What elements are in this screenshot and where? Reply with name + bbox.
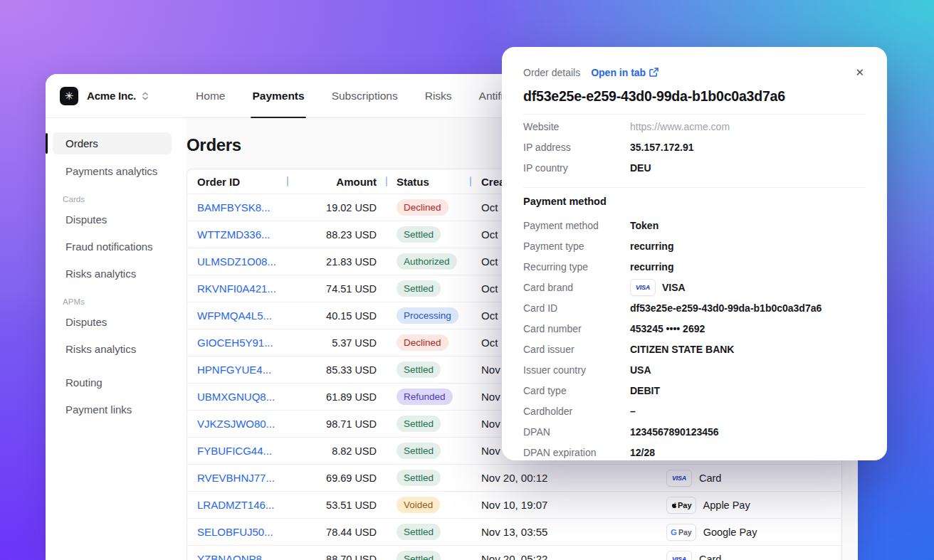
field-label: Issuer country	[523, 364, 630, 376]
amount-cell: 88.23 USD	[294, 229, 377, 241]
column-header-order-id[interactable]: Order ID	[187, 176, 294, 188]
sidebar-item-cards-risks-analytics[interactable]: Risks analytics	[53, 263, 172, 284]
sidebar-item-payments-analytics[interactable]: Payments analytics	[53, 161, 172, 181]
open-in-tab-label: Open in tab	[591, 67, 646, 78]
order-id-link[interactable]: LRADMZT146...	[197, 499, 274, 511]
sidebar-item-apms-risks-analytics[interactable]: Risks analytics	[53, 339, 172, 359]
nav-item-subscriptions[interactable]: Subscriptions	[318, 74, 411, 117]
column-divider[interactable]	[470, 176, 471, 186]
order-id-title: df53e25e-e259-43d0-99da-b1b0c0a3d7a6	[523, 88, 866, 105]
amount-cell: 40.15 USD	[294, 310, 377, 322]
nav-item-payments[interactable]: Payments	[238, 74, 318, 117]
order-id-link[interactable]: WTTZMD336...	[197, 228, 271, 241]
detail-row-card-id: Card IDdf53e25e-e259-43d0-99da-b1b0c0a3d…	[523, 297, 866, 318]
created-cell: Nov 20, 00:12	[470, 472, 666, 484]
field-label: Recurring type	[523, 261, 630, 273]
order-id-link[interactable]: BAMFBYSK8...	[197, 201, 271, 213]
column-header-amount[interactable]: Amount	[294, 176, 377, 188]
table-row: YZBNAONP8...88.70 USDSettledNov 20, 05:2…	[187, 545, 841, 560]
google-g-icon: G	[671, 528, 677, 537]
amount-cell: 98.71 USD	[294, 418, 377, 430]
visa-logo-icon: VISA	[672, 556, 686, 560]
order-id-link[interactable]: SELOBFUJ50...	[197, 526, 273, 538]
detail-row-card-issuer: Card issuerCITIZEN STATE BANK	[523, 339, 866, 359]
order-id-link[interactable]: WFPMQA4L5...	[197, 310, 272, 322]
order-id-link[interactable]: UBMXGNUQ8...	[197, 391, 275, 403]
order-id-link[interactable]: HPNFGYUE4...	[197, 364, 271, 376]
column-header-status[interactable]: Status	[377, 176, 470, 188]
nav-item-risks[interactable]: Risks	[411, 74, 466, 117]
column-divider[interactable]	[386, 176, 387, 186]
created-cell: Nov 10, 19:07	[470, 499, 666, 511]
order-id-link[interactable]: GIOCEH5Y91...	[197, 337, 273, 349]
detail-row-website: Websitehttps://www.acme.com	[523, 116, 866, 137]
amount-cell: 88.70 USD	[294, 554, 377, 560]
table-row: RVEVBHNJ77...69.69 USDSettledNov 20, 00:…	[187, 464, 841, 491]
field-label: IP address	[523, 142, 630, 153]
nav-item-home[interactable]: Home	[182, 74, 238, 117]
sidebar-item-cards-disputes[interactable]: Disputes	[53, 209, 172, 230]
table-row: LRADMZT146...53.51 USDVoidedNov 10, 19:0…	[187, 491, 841, 518]
field-label: DPAN	[523, 426, 630, 438]
created-cell: Nov 20, 05:22	[470, 553, 666, 560]
company-switcher-label[interactable]: Acme Inc.	[87, 90, 136, 102]
sidebar-item-cards-fraud-notifications[interactable]: Fraud notifications	[53, 236, 172, 257]
field-value: 453245 •••• 2692	[630, 323, 866, 334]
payment-method-cell: PayApple Pay	[666, 497, 841, 514]
order-id-link[interactable]: RKVNFI0A421...	[197, 282, 276, 295]
panel-header: Order details Open in tab ✕	[523, 65, 866, 79]
order-id-link[interactable]: ULMSDZ1O08...	[197, 255, 276, 268]
status-badge: Voided	[397, 497, 440, 513]
status-badge: Settled	[397, 226, 441, 243]
amount-cell: 8.82 USD	[294, 445, 377, 457]
apple-pay-chip: Pay	[666, 497, 696, 514]
detail-row-ip-address: IP address35.157.172.91	[523, 137, 866, 157]
payment-method-label: Card	[699, 472, 721, 484]
field-label: Card issuer	[523, 344, 630, 355]
amount-cell: 85.33 USD	[294, 364, 377, 376]
sidebar-item-routing[interactable]: Routing	[53, 372, 172, 393]
status-badge: Settled	[397, 361, 441, 378]
external-link-icon	[649, 68, 658, 77]
status-badge: Settled	[397, 470, 441, 486]
field-value: 12/28	[630, 447, 866, 458]
field-value: df53e25e-e259-43d0-99da-b1b0c0a3d7a6	[630, 302, 866, 314]
amount-cell: 19.02 USD	[294, 202, 377, 213]
field-value-text: recurring	[630, 241, 673, 252]
field-value: recurring	[630, 261, 866, 273]
order-id-link[interactable]: VJKZSJWO80...	[197, 418, 275, 430]
field-value-text: df53e25e-e259-43d0-99da-b1b0c0a3d7a6	[630, 302, 822, 314]
order-info-fields: Websitehttps://www.acme.comIP address35.…	[523, 116, 866, 178]
field-value: https://www.acme.com	[630, 121, 866, 132]
status-badge: Settled	[397, 443, 441, 459]
field-label: Card ID	[523, 302, 630, 314]
payment-method-fields: Payment methodTokenPayment typerecurring…	[523, 215, 866, 463]
detail-row-card-brand: Card brandVISAVISA	[523, 277, 866, 297]
order-id-link[interactable]: RVEVBHNJ77...	[197, 472, 275, 484]
field-label: Card type	[523, 385, 630, 396]
order-id-link[interactable]: FYBUFICG44...	[197, 445, 272, 457]
sidebar-item-orders[interactable]: Orders	[53, 132, 172, 154]
payment-method-label: Google Pay	[703, 527, 757, 538]
top-nav: HomePaymentsSubscriptionsRisksAntifraud	[182, 74, 537, 117]
detail-row-payment-method: Payment methodToken	[523, 215, 866, 236]
payment-method-cell: VISACard	[666, 470, 841, 487]
detail-row-ip-country: IP countryDEU	[523, 157, 866, 178]
field-label: Website	[523, 121, 630, 132]
status-badge: Settled	[397, 416, 441, 432]
amount-cell: 21.83 USD	[294, 256, 377, 268]
status-badge: Processing	[397, 307, 458, 324]
column-divider[interactable]	[287, 176, 288, 186]
sidebar-item-apms-disputes[interactable]: Disputes	[53, 312, 172, 332]
table-row: SELOBFUJ50...78.44 USDSettledNov 13, 03:…	[187, 518, 841, 545]
sidebar-item-payment-links[interactable]: Payment links	[53, 399, 172, 420]
payment-method-label: Card	[699, 554, 721, 560]
open-in-tab-link[interactable]: Open in tab	[591, 67, 658, 78]
field-value: –	[630, 406, 866, 417]
chevron-updown-icon[interactable]	[141, 91, 149, 101]
payment-method-cell: G PayGoogle Pay	[666, 524, 841, 541]
visa-logo-icon: VISA	[636, 284, 650, 291]
field-value: 1234567890123456	[630, 426, 866, 438]
close-icon[interactable]: ✕	[854, 65, 866, 79]
order-id-link[interactable]: YZBNAONP8...	[197, 553, 271, 560]
